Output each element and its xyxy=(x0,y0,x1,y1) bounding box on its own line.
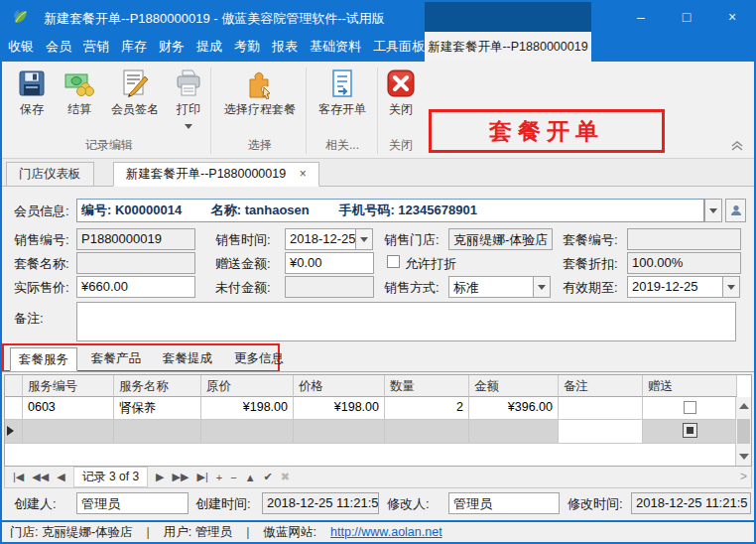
valid-until-dropdown[interactable] xyxy=(722,276,740,298)
remark-textarea[interactable] xyxy=(76,302,736,341)
col-service-no[interactable]: 服务编号 xyxy=(23,375,114,397)
nav-post-button[interactable]: ✔ xyxy=(260,471,277,483)
record-navigator: |◀ ◀◀ ◀ 记录 3 of 3 ▶ ▶▶ ▶| + − ▲ ✔ ✖ > xyxy=(4,467,752,488)
select-treatment-package-button[interactable]: 选择疗程套餐 xyxy=(218,68,302,118)
scroll-down-icon[interactable] xyxy=(739,454,749,460)
col-gift[interactable]: 赠送 xyxy=(643,375,737,397)
ribbon-separator xyxy=(377,68,378,154)
sale-no-label: 销售编号: xyxy=(14,231,69,249)
minimize-button[interactable]: – xyxy=(619,2,663,32)
cell-remark-editing[interactable] xyxy=(559,420,643,444)
menu-item-member[interactable]: 会员 xyxy=(40,32,77,62)
cell-qty[interactable] xyxy=(385,420,469,444)
package-no-field xyxy=(627,228,741,250)
menu-item-marketing[interactable]: 营销 xyxy=(77,32,115,62)
tab-package-commission[interactable]: 套餐提成 xyxy=(155,347,220,371)
cell-price[interactable] xyxy=(294,420,385,444)
cell-amount[interactable] xyxy=(469,420,559,444)
menu-item-report[interactable]: 报表 xyxy=(266,32,304,62)
nav-scroll-right-icon[interactable]: > xyxy=(740,470,747,483)
nav-last-button[interactable]: ▶| xyxy=(192,471,211,483)
cell-original-price[interactable]: ¥198.00 xyxy=(201,397,294,420)
tab-more-info[interactable]: 更多信息 xyxy=(226,347,292,371)
member-info-field[interactable]: 编号: K00000014 名称: tanhaosen 手机号码: 123456… xyxy=(76,199,704,222)
nav-cancel-button[interactable]: ✖ xyxy=(277,471,294,483)
tab-package-services[interactable]: 套餐服务 xyxy=(10,347,77,371)
sale-store-field: 克丽缇娜-体验店 xyxy=(448,228,553,250)
cell-service-no[interactable] xyxy=(23,420,114,444)
scroll-up-icon[interactable] xyxy=(739,403,749,409)
tab-store-dashboard[interactable]: 门店仪表板 xyxy=(6,162,94,187)
row-indicator xyxy=(5,397,23,420)
table-row-selected[interactable] xyxy=(5,420,751,444)
nav-insert-button[interactable]: + xyxy=(212,472,226,483)
create-time-field: 2018-12-25 11:21:5 xyxy=(262,492,379,514)
close-form-button[interactable]: 关闭 xyxy=(383,68,419,118)
aolan-website-link[interactable]: http://www.aolan.net xyxy=(330,525,442,539)
tab-close-icon[interactable]: × xyxy=(300,163,307,186)
menu-item-commission[interactable]: 提成 xyxy=(190,32,228,62)
member-picker-button[interactable] xyxy=(725,199,746,222)
maximize-button[interactable]: □ xyxy=(665,2,708,32)
nav-prev-button[interactable]: ◀ xyxy=(53,471,68,483)
col-remark[interactable]: 备注 xyxy=(559,375,643,397)
save-button[interactable]: 保存 xyxy=(10,68,54,118)
allow-discount-checkbox[interactable] xyxy=(387,255,400,268)
gift-amount-field[interactable]: ¥0.00 xyxy=(285,252,374,274)
menu-active-document-tab[interactable]: 新建套餐开单--P1880000019 xyxy=(425,32,591,62)
print-button[interactable]: 打印 xyxy=(169,68,208,132)
gift-checkbox-indeterminate[interactable] xyxy=(683,423,697,438)
customer-deposit-order-button[interactable]: 客存开单 xyxy=(312,68,373,118)
cell-gift[interactable] xyxy=(643,397,737,420)
sale-method-dropdown[interactable] xyxy=(533,276,551,298)
actual-price-field[interactable]: ¥660.00 xyxy=(76,276,195,298)
settle-button[interactable]: 结算 xyxy=(58,68,101,118)
cell-price[interactable]: ¥198.00 xyxy=(294,397,385,420)
cell-gift[interactable] xyxy=(643,420,737,444)
sale-method-field[interactable]: 标准 xyxy=(448,276,534,298)
nav-first-button[interactable]: |◀ xyxy=(9,471,28,483)
col-qty[interactable]: 数量 xyxy=(385,375,469,397)
gift-checkbox[interactable] xyxy=(684,401,696,414)
row-indicator-active xyxy=(5,420,23,444)
col-original-price[interactable]: 原价 xyxy=(201,375,294,397)
status-separator: | xyxy=(147,525,150,539)
modify-time-field: 2018-12-25 11:21:5 xyxy=(631,492,751,514)
tab-new-package-order[interactable]: 新建套餐开单--P1880000019 × xyxy=(113,162,319,187)
sale-time-dropdown[interactable] xyxy=(355,228,373,250)
close-window-button[interactable]: × xyxy=(710,2,754,32)
status-user: 用户: 管理员 xyxy=(164,524,232,541)
nav-delete-button[interactable]: − xyxy=(226,472,240,483)
nav-edit-button[interactable]: ▲ xyxy=(241,472,260,483)
tab-package-products[interactable]: 套餐产品 xyxy=(83,347,149,371)
menu-item-basic-data[interactable]: 基础资料 xyxy=(304,32,367,62)
scrollbar-thumb[interactable] xyxy=(737,419,750,444)
valid-until-field[interactable]: 2019-12-25 xyxy=(627,276,723,298)
menu-item-attendance[interactable]: 考勤 xyxy=(228,32,266,62)
cell-original-price[interactable] xyxy=(201,420,294,444)
print-dropdown-icon[interactable] xyxy=(185,124,192,129)
cell-service-name[interactable]: 肾保养 xyxy=(114,397,201,420)
menu-item-finance[interactable]: 财务 xyxy=(153,32,190,62)
document-arrow-icon xyxy=(326,68,358,99)
cell-amount[interactable]: ¥396.00 xyxy=(469,397,559,420)
col-service-name[interactable]: 服务名称 xyxy=(114,375,201,397)
member-dropdown-button[interactable] xyxy=(704,199,722,222)
menu-item-tool-panel[interactable]: 工具面板 xyxy=(367,32,431,62)
collapse-ribbon-icon[interactable] xyxy=(730,140,744,152)
cell-service-no[interactable]: 0603 xyxy=(23,397,114,420)
cell-service-name[interactable] xyxy=(114,420,201,444)
member-signature-button[interactable]: 会员签名 xyxy=(105,68,165,118)
cell-qty[interactable]: 2 xyxy=(385,397,469,420)
nav-next-button[interactable]: ▶ xyxy=(152,471,168,483)
col-amount[interactable]: 金额 xyxy=(469,375,559,397)
table-row[interactable]: 0603 肾保养 ¥198.00 ¥198.00 2 ¥396.00 xyxy=(5,397,751,420)
menu-item-inventory[interactable]: 库存 xyxy=(115,32,153,62)
nav-next-page-button[interactable]: ▶▶ xyxy=(169,471,193,483)
menu-item-cashier[interactable]: 收银 xyxy=(2,32,40,62)
cell-remark[interactable] xyxy=(559,397,643,420)
nav-prev-page-button[interactable]: ◀◀ xyxy=(28,471,53,483)
sale-time-field[interactable]: 2018-12-25 11:2 xyxy=(285,228,356,250)
grid-vertical-scrollbar[interactable] xyxy=(735,397,751,466)
col-price[interactable]: 价格 xyxy=(294,375,385,397)
